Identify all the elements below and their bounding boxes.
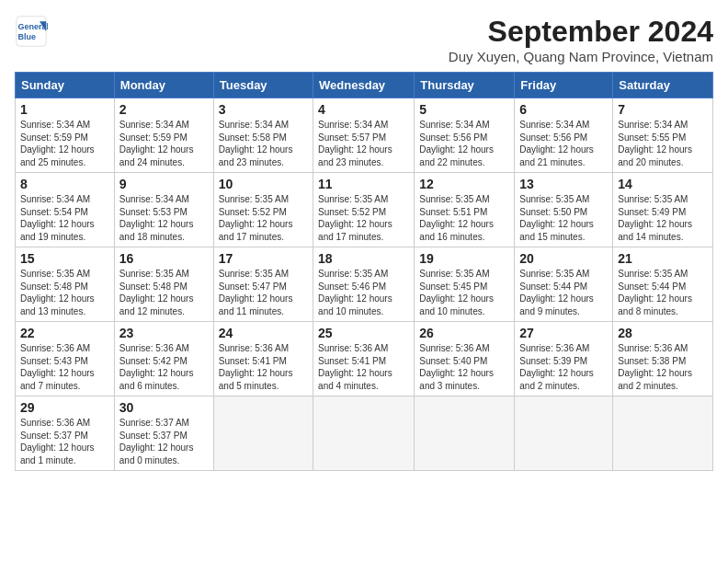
day-info: Sunrise: 5:36 AM Sunset: 5:40 PM Dayligh… <box>419 342 509 392</box>
day-info: Sunrise: 5:34 AM Sunset: 5:56 PM Dayligh… <box>519 119 608 168</box>
day-number: 22 <box>20 326 109 340</box>
day-info: Sunrise: 5:35 AM Sunset: 5:44 PM Dayligh… <box>618 268 708 317</box>
day-number: 23 <box>119 326 209 340</box>
calendar-week-row: 22Sunrise: 5:36 AM Sunset: 5:43 PM Dayli… <box>16 322 713 396</box>
day-number: 19 <box>419 251 509 266</box>
day-info: Sunrise: 5:35 AM Sunset: 5:51 PM Dayligh… <box>419 193 509 243</box>
day-number: 11 <box>318 177 409 191</box>
calendar-cell: 13Sunrise: 5:35 AM Sunset: 5:50 PM Dayli… <box>515 173 613 247</box>
day-number: 5 <box>419 102 509 117</box>
calendar-table: SundayMondayTuesdayWednesdayThursdayFrid… <box>15 72 713 471</box>
calendar-cell: 10Sunrise: 5:35 AM Sunset: 5:52 PM Dayli… <box>213 173 313 247</box>
calendar-cell: 21Sunrise: 5:35 AM Sunset: 5:44 PM Dayli… <box>613 247 713 322</box>
day-info: Sunrise: 5:35 AM Sunset: 5:52 PM Dayligh… <box>318 193 409 243</box>
day-info: Sunrise: 5:36 AM Sunset: 5:41 PM Dayligh… <box>318 342 409 392</box>
day-info: Sunrise: 5:34 AM Sunset: 5:53 PM Dayligh… <box>119 193 209 243</box>
calendar-cell: 11Sunrise: 5:35 AM Sunset: 5:52 PM Dayli… <box>313 173 415 247</box>
day-info: Sunrise: 5:35 AM Sunset: 5:50 PM Dayligh… <box>519 193 608 243</box>
calendar-cell: 7Sunrise: 5:34 AM Sunset: 5:55 PM Daylig… <box>613 98 713 173</box>
calendar-cell: 12Sunrise: 5:35 AM Sunset: 5:51 PM Dayli… <box>415 173 515 247</box>
day-info: Sunrise: 5:36 AM Sunset: 5:37 PM Dayligh… <box>20 417 109 466</box>
calendar-cell: 16Sunrise: 5:35 AM Sunset: 5:48 PM Dayli… <box>114 247 213 322</box>
calendar-cell: 1Sunrise: 5:34 AM Sunset: 5:59 PM Daylig… <box>16 98 115 173</box>
header-thursday: Thursday <box>415 73 515 98</box>
svg-text:Blue: Blue <box>18 32 37 41</box>
calendar-week-row: 29Sunrise: 5:36 AM Sunset: 5:37 PM Dayli… <box>16 396 713 471</box>
header-wednesday: Wednesday <box>313 73 415 98</box>
day-number: 8 <box>20 177 109 191</box>
calendar-cell: 8Sunrise: 5:34 AM Sunset: 5:54 PM Daylig… <box>16 173 115 247</box>
calendar-cell: 23Sunrise: 5:36 AM Sunset: 5:42 PM Dayli… <box>114 322 213 396</box>
day-number: 2 <box>119 102 209 117</box>
day-number: 25 <box>318 326 409 340</box>
calendar-cell: 30Sunrise: 5:37 AM Sunset: 5:37 PM Dayli… <box>114 396 213 471</box>
day-number: 1 <box>20 102 109 117</box>
day-number: 24 <box>219 326 308 340</box>
header-friday: Friday <box>515 73 613 98</box>
calendar-cell: 2Sunrise: 5:34 AM Sunset: 5:59 PM Daylig… <box>114 98 213 173</box>
day-number: 27 <box>519 326 608 340</box>
calendar-cell <box>313 396 415 471</box>
day-info: Sunrise: 5:35 AM Sunset: 5:52 PM Dayligh… <box>219 193 308 243</box>
day-number: 6 <box>519 102 608 117</box>
day-info: Sunrise: 5:36 AM Sunset: 5:41 PM Dayligh… <box>219 342 308 392</box>
day-number: 17 <box>219 251 308 266</box>
day-info: Sunrise: 5:37 AM Sunset: 5:37 PM Dayligh… <box>119 417 209 466</box>
day-info: Sunrise: 5:35 AM Sunset: 5:48 PM Dayligh… <box>119 268 209 317</box>
calendar-cell <box>515 396 613 471</box>
calendar-cell <box>613 396 713 471</box>
header-saturday: Saturday <box>613 73 713 98</box>
day-info: Sunrise: 5:35 AM Sunset: 5:47 PM Dayligh… <box>219 268 308 317</box>
day-info: Sunrise: 5:34 AM Sunset: 5:55 PM Dayligh… <box>618 119 708 168</box>
day-info: Sunrise: 5:34 AM Sunset: 5:59 PM Dayligh… <box>20 119 109 168</box>
day-number: 16 <box>119 251 209 266</box>
day-info: Sunrise: 5:36 AM Sunset: 5:38 PM Dayligh… <box>618 342 708 392</box>
day-number: 20 <box>519 251 608 266</box>
calendar-cell <box>213 396 313 471</box>
page-header: General Blue September 2024 Duy Xuyen, Q… <box>15 15 713 64</box>
day-number: 7 <box>618 102 708 117</box>
location-subtitle: Duy Xuyen, Quang Nam Province, Vietnam <box>449 49 713 64</box>
calendar-cell: 28Sunrise: 5:36 AM Sunset: 5:38 PM Dayli… <box>613 322 713 396</box>
calendar-cell: 19Sunrise: 5:35 AM Sunset: 5:45 PM Dayli… <box>415 247 515 322</box>
month-title: September 2024 <box>449 15 713 49</box>
day-number: 12 <box>419 177 509 191</box>
day-number: 26 <box>419 326 509 340</box>
calendar-week-row: 1Sunrise: 5:34 AM Sunset: 5:59 PM Daylig… <box>16 98 713 173</box>
calendar-week-row: 8Sunrise: 5:34 AM Sunset: 5:54 PM Daylig… <box>16 173 713 247</box>
day-info: Sunrise: 5:34 AM Sunset: 5:57 PM Dayligh… <box>318 119 409 168</box>
day-number: 4 <box>318 102 409 117</box>
day-info: Sunrise: 5:35 AM Sunset: 5:44 PM Dayligh… <box>519 268 608 317</box>
calendar-cell: 3Sunrise: 5:34 AM Sunset: 5:58 PM Daylig… <box>213 98 313 173</box>
calendar-cell: 15Sunrise: 5:35 AM Sunset: 5:48 PM Dayli… <box>16 247 115 322</box>
day-info: Sunrise: 5:36 AM Sunset: 5:42 PM Dayligh… <box>119 342 209 392</box>
day-info: Sunrise: 5:36 AM Sunset: 5:39 PM Dayligh… <box>519 342 608 392</box>
calendar-cell: 24Sunrise: 5:36 AM Sunset: 5:41 PM Dayli… <box>213 322 313 396</box>
day-number: 18 <box>318 251 409 266</box>
calendar-cell: 27Sunrise: 5:36 AM Sunset: 5:39 PM Dayli… <box>515 322 613 396</box>
day-number: 14 <box>618 177 708 191</box>
day-number: 29 <box>20 400 109 415</box>
calendar-cell: 5Sunrise: 5:34 AM Sunset: 5:56 PM Daylig… <box>415 98 515 173</box>
day-info: Sunrise: 5:34 AM Sunset: 5:56 PM Dayligh… <box>419 119 509 168</box>
calendar-cell <box>415 396 515 471</box>
day-info: Sunrise: 5:34 AM Sunset: 5:58 PM Dayligh… <box>219 119 308 168</box>
calendar-cell: 25Sunrise: 5:36 AM Sunset: 5:41 PM Dayli… <box>313 322 415 396</box>
day-info: Sunrise: 5:35 AM Sunset: 5:45 PM Dayligh… <box>419 268 509 317</box>
calendar-cell: 22Sunrise: 5:36 AM Sunset: 5:43 PM Dayli… <box>16 322 115 396</box>
day-info: Sunrise: 5:34 AM Sunset: 5:59 PM Dayligh… <box>119 119 209 168</box>
calendar-cell: 9Sunrise: 5:34 AM Sunset: 5:53 PM Daylig… <box>114 173 213 247</box>
calendar-cell: 26Sunrise: 5:36 AM Sunset: 5:40 PM Dayli… <box>415 322 515 396</box>
calendar-cell: 20Sunrise: 5:35 AM Sunset: 5:44 PM Dayli… <box>515 247 613 322</box>
logo-icon: General Blue <box>15 15 48 48</box>
calendar-cell: 14Sunrise: 5:35 AM Sunset: 5:49 PM Dayli… <box>613 173 713 247</box>
header-tuesday: Tuesday <box>213 73 313 98</box>
day-info: Sunrise: 5:35 AM Sunset: 5:46 PM Dayligh… <box>318 268 409 317</box>
calendar-week-row: 15Sunrise: 5:35 AM Sunset: 5:48 PM Dayli… <box>16 247 713 322</box>
title-section: September 2024 Duy Xuyen, Quang Nam Prov… <box>449 15 713 64</box>
day-number: 28 <box>618 326 708 340</box>
day-number: 10 <box>219 177 308 191</box>
day-info: Sunrise: 5:35 AM Sunset: 5:49 PM Dayligh… <box>618 193 708 243</box>
day-info: Sunrise: 5:35 AM Sunset: 5:48 PM Dayligh… <box>20 268 109 317</box>
day-number: 9 <box>119 177 209 191</box>
